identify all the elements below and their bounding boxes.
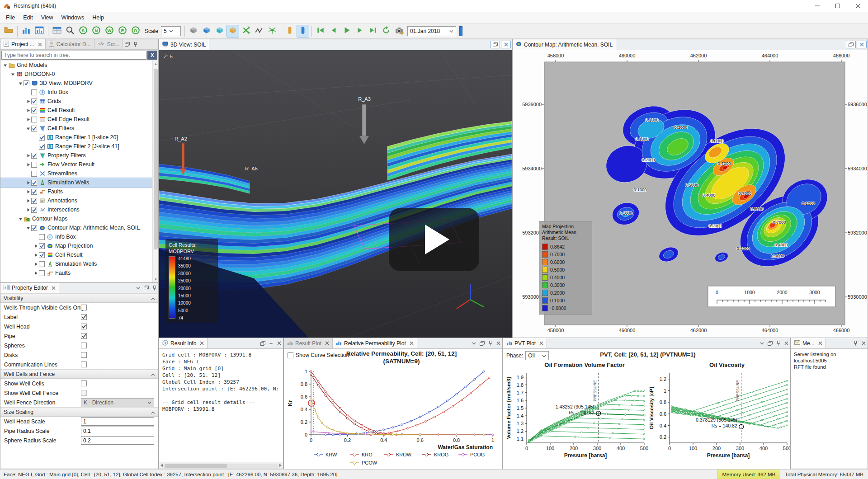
expand-icon[interactable] [33, 253, 39, 257]
view-south-button[interactable]: S [77, 25, 90, 38]
animation-first-frame-button[interactable] [314, 25, 327, 38]
3d-main-window-button[interactable] [33, 25, 46, 38]
panel-menu-icon[interactable] [134, 283, 142, 293]
tree-checkbox[interactable] [31, 99, 37, 104]
animation-repeat-button[interactable] [380, 25, 392, 38]
checkbox-well-head[interactable] [81, 324, 87, 329]
close-panel-icon[interactable] [859, 338, 868, 348]
close-icon[interactable] [539, 341, 543, 345]
plot-main-window-button[interactable] [20, 25, 33, 38]
tree-checkbox[interactable] [31, 126, 37, 131]
simulation-wells-button[interactable] [240, 25, 252, 38]
tree-checkbox[interactable] [31, 225, 37, 231]
tree-checkbox[interactable] [39, 261, 45, 267]
tree-checkbox[interactable] [39, 135, 45, 141]
tree-checkbox[interactable] [31, 180, 37, 186]
tree-item[interactable]: Range Filter 1 [I-slice 20] [0, 133, 158, 142]
collapse-icon[interactable] [25, 127, 31, 131]
animation-step-forward-button[interactable] [354, 25, 366, 38]
maximize-icon[interactable] [827, 0, 848, 12]
expand-icon[interactable] [25, 190, 31, 194]
expand-icon[interactable] [25, 199, 31, 203]
tab-relative-permeability-plot[interactable]: Relative Permeability Plot [333, 338, 417, 348]
view-east-button[interactable]: E [116, 25, 129, 38]
tree-item[interactable]: Cell Result [0, 106, 158, 115]
close-icon[interactable] [325, 341, 329, 345]
contour-map-viewport[interactable]: 4580004580004600004600004620004620004640… [513, 50, 868, 338]
tree-item[interactable]: DROGON-0 [0, 70, 158, 79]
tree-item[interactable]: 3D View: MOBPORV [0, 79, 158, 88]
float-panel-icon[interactable] [123, 39, 131, 49]
menu-view[interactable]: View [37, 13, 57, 23]
checkbox-communication-lines[interactable] [81, 362, 87, 367]
section-size-scaling[interactable]: Size Scaling [0, 407, 158, 417]
restore-view-icon[interactable] [846, 41, 856, 48]
tab-project[interactable]: Project ... [0, 39, 46, 49]
scale-dropdown[interactable]: 5 [161, 26, 181, 36]
tab-property-editor[interactable]: Property Editor [0, 283, 59, 293]
tree-checkbox[interactable] [31, 207, 37, 213]
close-panel-icon[interactable] [494, 338, 502, 348]
float-panel-icon[interactable] [259, 338, 267, 348]
project-tree[interactable]: Grid ModelsDROGON-03D View: MOBPORViInfo… [0, 61, 159, 282]
tree-item[interactable]: Simulation Wells [0, 178, 158, 187]
collapse-icon[interactable] [2, 63, 8, 67]
horizontal-scrollbar[interactable] [159, 462, 283, 469]
checkbox-wells-through-visible-cells-only[interactable] [81, 305, 87, 310]
tab-scripts[interactable]: </> Scr... [94, 39, 123, 49]
panel-menu-icon[interactable] [758, 338, 766, 348]
contour-map-title-tab[interactable]: Contour Map: Arithmetic Mean, SOIL [513, 39, 616, 50]
well-paths-button[interactable] [266, 25, 278, 38]
search-input[interactable] [1, 51, 146, 60]
grid-box-button[interactable] [187, 25, 200, 38]
collapse-icon[interactable] [18, 217, 24, 221]
menu-help[interactable]: Help [88, 13, 108, 23]
pvt-plot-area[interactable]: Phase: Oil PVT, Cell: [20, 51, 12] (PVTN… [503, 349, 790, 470]
date-dropdown[interactable]: 01.Jan 2018 [407, 26, 456, 36]
pin-panel-icon[interactable] [851, 338, 859, 348]
close-panel-icon[interactable] [782, 338, 790, 348]
tree-checkbox[interactable] [31, 171, 37, 177]
tree-checkbox[interactable] [31, 198, 37, 204]
contour-map-header[interactable]: Contour Map: Arithmetic Mean, SOIL [513, 39, 868, 50]
section-well-cells-and-fence[interactable]: Well Cells and Fence [0, 369, 158, 379]
expand-icon[interactable] [33, 262, 39, 266]
tree-checkbox[interactable] [39, 270, 45, 276]
relperm-plot-area[interactable]: Show Curve Selection Relative Permeabili… [284, 349, 502, 470]
tree-checkbox[interactable] [39, 144, 45, 150]
view-west-button[interactable]: W [103, 25, 116, 38]
result-info-text[interactable]: Grid cell : MOBPORV : 13991.8 Face : NEG… [159, 349, 283, 462]
collapse-icon[interactable] [25, 226, 31, 230]
pin-panel-icon[interactable] [267, 338, 275, 348]
video-play-button[interactable] [389, 208, 479, 271]
close-view-icon[interactable] [501, 41, 511, 48]
tree-item[interactable]: Grids [0, 97, 158, 106]
expand-icon[interactable] [25, 117, 31, 122]
tab-result-plot[interactable]: Result Plot [284, 338, 333, 348]
draw-style-highlight-button[interactable] [226, 25, 239, 38]
collapse-icon[interactable] [18, 81, 24, 85]
tree-checkbox[interactable] [24, 80, 29, 86]
close-icon[interactable] [52, 286, 56, 290]
tree-checkbox[interactable] [31, 162, 37, 168]
float-panel-icon[interactable] [478, 338, 486, 348]
tree-item[interactable]: Property Filters [0, 151, 158, 160]
view3d-header[interactable]: 3D View: SOIL [159, 39, 512, 50]
view3d-title-tab[interactable]: 3D View: SOIL [159, 39, 209, 50]
checkbox-show-well-cells[interactable] [81, 380, 87, 386]
tab-messages[interactable]: Me... [791, 338, 826, 348]
view3d-viewport[interactable]: R_A2R_A5R_A3 Z: 5 Cell Results: MOBPORV … [159, 50, 512, 338]
tree-item[interactable]: Contour Maps [0, 214, 158, 223]
tree-item[interactable]: Cell Filters [0, 124, 158, 133]
checkbox-spheres[interactable] [81, 343, 87, 348]
expand-icon[interactable] [25, 108, 31, 113]
checkbox-label[interactable] [81, 314, 87, 320]
pin-panel-icon[interactable] [150, 283, 158, 293]
tree-checkbox[interactable] [31, 189, 37, 195]
expand-icon[interactable] [25, 208, 31, 212]
tree-item[interactable]: Simulation Wells [0, 259, 158, 268]
expand-icon[interactable] [25, 163, 31, 167]
messages-text[interactable]: Server listening on localhost:5005 RFT f… [791, 349, 868, 469]
minimize-icon[interactable] [807, 0, 827, 12]
checkbox-pipe[interactable] [81, 333, 87, 339]
